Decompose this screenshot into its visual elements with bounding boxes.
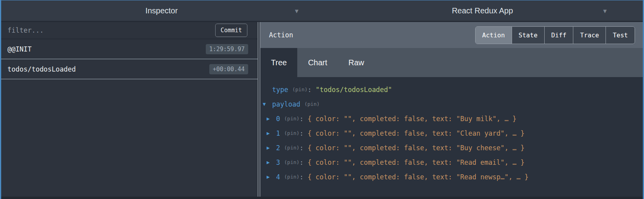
expand-arrow-icon[interactable]: ▶ — [267, 159, 276, 165]
pin-button[interactable]: (pin) — [284, 130, 300, 136]
expand-arrow-icon[interactable]: ▶ — [267, 145, 276, 151]
tree-row-payload[interactable]: ▼payload (pin) — [260, 97, 643, 111]
instance-selector-label: React Redux App — [452, 6, 513, 15]
tree-row-item-0[interactable]: ▶0 (pin): { color: "", completed: false,… — [260, 111, 643, 126]
main-body: Commit @@INIT 1:29:59.97 todos/todosLoad… — [1, 22, 643, 197]
tab-test[interactable]: Test — [606, 27, 635, 44]
tree-object-preview: { color: "", completed: false, text: "Bu… — [307, 144, 525, 152]
tree-object-preview: { color: "", completed: false, text: "Bu… — [307, 115, 516, 123]
action-list-item-init[interactable]: @@INIT 1:29:59.97 — [1, 39, 258, 59]
action-name: todos/todosLoaded — [7, 65, 209, 73]
colon: : — [307, 86, 311, 94]
filter-input[interactable] — [7, 26, 215, 34]
action-tree-view: type (pin): "todos/todosLoaded" ▼payload… — [260, 77, 643, 197]
colon: : — [300, 173, 304, 181]
tree-string-value: "todos/todosLoaded" — [316, 86, 392, 94]
bottom-edge — [1, 197, 643, 199]
commit-button[interactable]: Commit — [215, 24, 247, 37]
subtab-raw[interactable]: Raw — [338, 48, 375, 77]
detail-panel-title: Action — [269, 31, 475, 39]
inspector-detail-panel: Action Action State Diff Trace Test Tree… — [260, 22, 643, 197]
detail-tab-group: Action State Diff Trace Test — [475, 26, 635, 44]
chevron-down-icon: ▼ — [603, 7, 607, 15]
subtab-raw-label: Raw — [348, 58, 364, 67]
tab-trace[interactable]: Trace — [573, 27, 606, 44]
collapse-arrow-icon[interactable]: ▼ — [263, 101, 272, 107]
pin-button[interactable]: (pin) — [284, 159, 300, 165]
monitor-selector-label: Inspector — [145, 6, 177, 15]
subtab-tree-label: Tree — [271, 58, 287, 67]
view-subtab-bar: Tree Chart Raw — [260, 48, 643, 77]
tree-row-item-4[interactable]: ▶4 (pin): { color: "", completed: false,… — [260, 170, 643, 184]
tree-row-type[interactable]: type (pin): "todos/todosLoaded" — [260, 82, 643, 97]
colon: : — [300, 144, 304, 152]
action-time-badge: +00:00.44 — [209, 64, 248, 74]
action-list-panel: Commit @@INIT 1:29:59.97 todos/todosLoad… — [1, 22, 258, 197]
detail-header-bar: Action Action State Diff Trace Test — [260, 22, 643, 48]
action-time-badge: 1:29:59.97 — [206, 44, 248, 54]
panel-resizer-handle[interactable] — [258, 22, 260, 197]
tab-action[interactable]: Action — [476, 27, 512, 44]
tree-row-item-1[interactable]: ▶1 (pin): { color: "", completed: false,… — [260, 126, 643, 140]
tree-index: 4 — [276, 173, 280, 181]
subtab-chart[interactable]: Chart — [297, 48, 338, 77]
colon: : — [300, 158, 304, 166]
tree-row-item-3[interactable]: ▶3 (pin): { color: "", completed: false,… — [260, 155, 643, 170]
tree-object-preview: { color: "", completed: false, text: "Re… — [307, 158, 525, 166]
tree-object-preview: { color: "", completed: false, text: "Cl… — [307, 129, 525, 137]
tree-index: 2 — [276, 144, 280, 152]
action-name: @@INIT — [7, 45, 206, 53]
tree-index: 1 — [276, 129, 280, 137]
tree-object-preview: { color: "", completed: false, text: "Re… — [307, 173, 529, 181]
instance-selector[interactable]: React Redux App ▼ — [322, 0, 643, 21]
monitor-selector[interactable]: Inspector ▼ — [1, 0, 322, 21]
tab-state[interactable]: State — [512, 27, 545, 44]
colon: : — [300, 129, 304, 137]
expand-arrow-icon[interactable]: ▶ — [267, 130, 276, 136]
subtab-chart-label: Chart — [308, 58, 327, 67]
chevron-down-icon: ▼ — [295, 7, 298, 15]
top-bar: Inspector ▼ React Redux App ▼ — [1, 0, 643, 22]
tab-diff[interactable]: Diff — [545, 27, 574, 44]
expand-arrow-icon[interactable]: ▶ — [267, 116, 276, 122]
tree-key: type — [272, 86, 288, 94]
action-list-item-todos-loaded[interactable]: todos/todosLoaded +00:00.44 — [1, 59, 258, 79]
redux-devtools-window: Inspector ▼ React Redux App ▼ Commit @@I… — [0, 0, 644, 199]
expand-arrow-icon[interactable]: ▶ — [267, 174, 276, 180]
pin-button[interactable]: (pin) — [292, 87, 307, 92]
pin-button[interactable]: (pin) — [284, 174, 300, 180]
colon: : — [300, 115, 304, 123]
tree-index: 0 — [276, 115, 280, 123]
pin-button[interactable]: (pin) — [284, 145, 300, 151]
tree-row-item-2[interactable]: ▶2 (pin): { color: "", completed: false,… — [260, 140, 643, 155]
filter-row: Commit — [1, 22, 258, 39]
subtab-tree[interactable]: Tree — [260, 48, 297, 77]
tree-index: 3 — [276, 158, 280, 166]
pin-button[interactable]: (pin) — [304, 101, 320, 107]
tree-key: payload — [272, 100, 300, 108]
pin-button[interactable]: (pin) — [284, 116, 300, 122]
